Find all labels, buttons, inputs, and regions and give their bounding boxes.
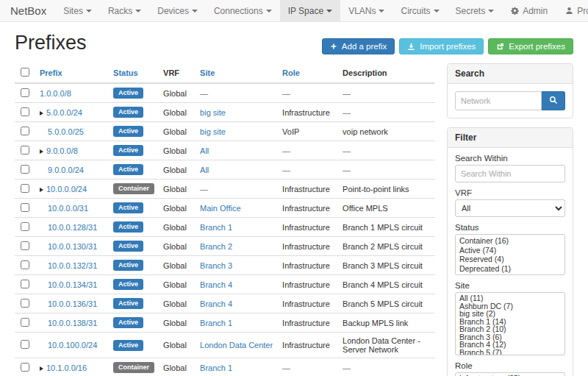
row-checkbox[interactable] <box>21 222 29 231</box>
status-cell: Container <box>109 358 159 376</box>
row-select-cell <box>15 256 35 275</box>
site-link[interactable]: big site <box>200 127 226 136</box>
vrf-select[interactable]: All <box>455 199 565 217</box>
row-checkbox[interactable] <box>21 280 29 288</box>
prefix-link[interactable]: 10.0.0.0/24 <box>46 185 87 194</box>
row-checkbox[interactable] <box>21 127 29 135</box>
site-link[interactable]: Main Office <box>200 204 240 213</box>
site-option[interactable]: Branch 4 (12) <box>456 341 564 349</box>
row-checkbox[interactable] <box>21 260 29 269</box>
site-link[interactable]: Branch 2 <box>200 242 232 251</box>
prefix-link[interactable]: 10.0.0.0/31 <box>48 204 88 213</box>
row-checkbox[interactable] <box>21 318 29 327</box>
site-link[interactable]: Branch 3 <box>200 261 232 270</box>
site-link[interactable]: Branch 1 <box>200 319 232 327</box>
prefix-link[interactable]: 10.1.0.0/16 <box>46 363 87 372</box>
row-checkbox[interactable] <box>21 363 29 372</box>
status-filter-list[interactable]: Container (16)Active (74)Reserved (4)Dep… <box>455 234 565 275</box>
vrf-cell: Global <box>159 141 196 160</box>
export-prefixes-button[interactable]: Export prefixes <box>488 38 573 54</box>
page-header: Add a prefixImport prefixesExport prefix… <box>0 32 588 54</box>
prefix-link[interactable]: 10.0.0.136/31 <box>48 299 97 308</box>
nav-link-admin[interactable]: Admin <box>502 0 556 21</box>
nav-item-connections[interactable]: Connections <box>206 0 280 21</box>
brand-logo[interactable]: NetBox <box>0 0 55 21</box>
site-cell: London Data Center <box>196 333 278 358</box>
row-checkbox[interactable] <box>21 184 29 193</box>
site-filter-list[interactable]: All (11)Ashburn DC (7)big site (2)Branch… <box>455 292 565 355</box>
site-option[interactable]: All (11) <box>456 294 564 302</box>
vrf-cell: Global <box>159 218 196 237</box>
site-option[interactable]: Branch 2 (10) <box>456 325 564 333</box>
site-link[interactable]: big site <box>200 108 226 117</box>
sort-link[interactable]: Prefix <box>40 68 62 77</box>
prefix-link[interactable]: 10.0.0.134/31 <box>48 280 97 289</box>
nav-item-vlans[interactable]: VLANs <box>340 0 392 21</box>
row-checkbox[interactable] <box>21 88 29 97</box>
site-link[interactable]: All <box>200 166 209 174</box>
table-row: 10.0.0.138/31ActiveGlobalBranch 1Infrast… <box>15 313 435 333</box>
status-option[interactable]: Reserved (4) <box>456 255 564 264</box>
sort-link[interactable]: Status <box>113 68 138 77</box>
status-option[interactable]: Deprecated (1) <box>456 264 564 274</box>
nav-link-profile[interactable]: Profile <box>556 0 588 21</box>
site-option[interactable]: big site (2) <box>456 310 564 318</box>
nav-item-ip-space[interactable]: IP Space <box>280 0 340 21</box>
search-input[interactable] <box>455 91 542 110</box>
prefix-link[interactable]: 10.0.0.132/31 <box>48 261 97 270</box>
role-filter-list[interactable]: Infrastructure (25)Management (8)Private… <box>455 372 565 376</box>
nav-item-secrets[interactable]: Secrets <box>448 0 503 21</box>
nav-link-label: Admin <box>523 6 548 16</box>
row-checkbox[interactable] <box>21 107 29 116</box>
nav-item-racks[interactable]: Racks <box>100 0 149 21</box>
site-link[interactable]: Branch 1 <box>200 223 232 232</box>
site-link[interactable]: Branch 1 <box>200 363 232 372</box>
status-option[interactable]: Container (16) <box>456 236 564 246</box>
sort-link[interactable]: Site <box>200 68 215 77</box>
table-row: 5.0.0.0/24ActiveGlobalbig siteInfrastruc… <box>15 103 435 122</box>
prefix-link[interactable]: 10.0.100.0/24 <box>48 341 97 350</box>
status-cell: Active <box>109 83 159 103</box>
prefix-link[interactable]: 5.0.0.0/25 <box>48 127 84 136</box>
row-select-cell <box>15 313 35 333</box>
prefix-link[interactable]: 10.0.0.138/31 <box>48 319 97 327</box>
chevron-down-icon <box>266 10 272 13</box>
site-link[interactable]: Branch 4 <box>200 299 232 308</box>
prefix-link[interactable]: 10.0.0.128/31 <box>48 223 97 232</box>
status-badge: Active <box>113 107 143 118</box>
row-checkbox[interactable] <box>21 203 29 212</box>
prefix-link[interactable]: 1.0.0.0/8 <box>40 89 71 98</box>
nav-item-devices[interactable]: Devices <box>149 0 206 21</box>
search-button[interactable] <box>542 91 565 110</box>
status-option[interactable]: Active (74) <box>456 246 564 255</box>
add-a-prefix-button[interactable]: Add a prefix <box>322 38 395 54</box>
row-checkbox[interactable] <box>21 299 29 308</box>
prefix-link[interactable]: 9.0.0.0/8 <box>46 146 78 155</box>
prefix-link[interactable]: 10.0.0.130/31 <box>48 242 97 251</box>
vrf-cell: Global <box>159 358 196 376</box>
vrf-cell: Global <box>159 333 196 358</box>
nav-item-circuits[interactable]: Circuits <box>392 0 447 21</box>
site-cell: Branch 1 <box>196 218 278 237</box>
select-all-checkbox[interactable] <box>21 68 29 77</box>
prefix-link[interactable]: 5.0.0.0/24 <box>46 108 82 117</box>
prefix-link[interactable]: 9.0.0.0/24 <box>48 166 84 174</box>
row-checkbox[interactable] <box>21 146 29 155</box>
site-link[interactable]: London Data Center <box>200 341 273 350</box>
nav-item-label: Connections <box>214 6 263 16</box>
row-checkbox[interactable] <box>21 241 29 250</box>
import-prefixes-button[interactable]: Import prefixes <box>399 38 484 54</box>
sort-link[interactable]: Role <box>282 68 300 77</box>
nav-item-sites[interactable]: Sites <box>55 0 100 21</box>
row-checkbox[interactable] <box>21 340 29 349</box>
site-link[interactable]: Branch 4 <box>200 280 232 289</box>
table-row: 9.0.0.0/24ActiveGlobalAll—— <box>15 160 435 180</box>
search-within-input[interactable] <box>455 165 565 182</box>
export-icon <box>496 43 504 51</box>
table-row: 10.0.0.130/31ActiveGlobalBranch 2Infrast… <box>15 237 435 256</box>
prefix-cell: 1.0.0.0/8 <box>35 83 109 103</box>
row-checkbox[interactable] <box>21 165 29 174</box>
site-option[interactable]: Branch 5 (7) <box>456 349 564 356</box>
status-badge: Container <box>113 362 154 373</box>
site-link[interactable]: All <box>200 146 209 155</box>
